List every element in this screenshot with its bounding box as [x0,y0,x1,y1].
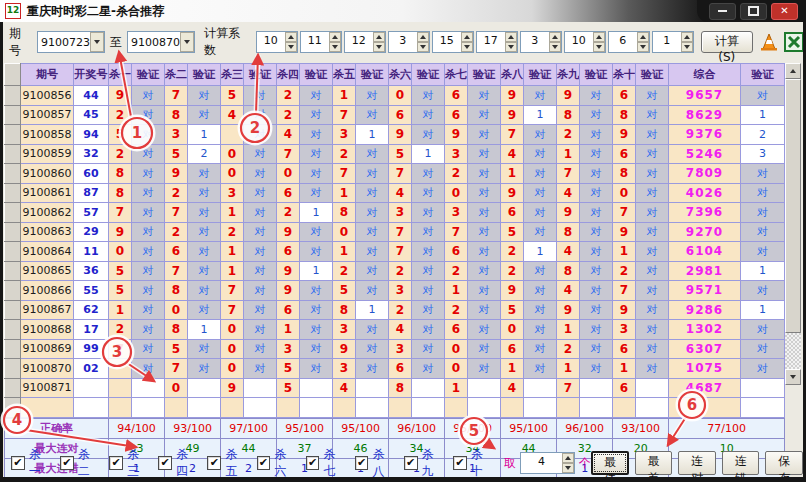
kill-cell: 1 [333,183,356,203]
save-button[interactable]: 保存 [765,451,803,475]
streak-right-button[interactable]: 连对 [678,451,716,475]
kill-checkbox[interactable]: ✔ [306,456,320,470]
coefficient-spinner[interactable]: 3 [520,31,562,53]
verify-cell: 对 [636,300,669,320]
spinner-up-icon[interactable] [285,32,297,42]
kill-cell: 4 [557,183,580,203]
row-selector[interactable] [5,261,21,281]
spinner-down-icon[interactable] [417,42,429,52]
kill-checkbox[interactable]: ✔ [158,456,172,470]
kill-cell: 7 [557,378,580,398]
spinner-down-icon[interactable] [461,42,473,52]
calculate-button[interactable]: 计算(S) [701,31,753,53]
coefficient-spinner[interactable]: 1 [652,31,694,53]
verify-cell: 对 [356,183,389,203]
coefficient-spinner[interactable]: 6 [608,31,650,53]
kill-checkbox[interactable]: ✔ [109,456,123,470]
spinner-down-icon[interactable] [637,42,649,52]
kill-cell [109,398,132,418]
kill-checkbox[interactable]: ✔ [11,456,25,470]
kill-cell: 0 [221,339,244,359]
kill-checkbox[interactable]: ✔ [404,456,418,470]
scroll-track[interactable] [785,333,801,369]
kill-checkbox-item: ✔杀一 [11,446,52,480]
kill-cell [109,359,132,379]
spinner-up-icon[interactable] [417,32,429,42]
spinner-up-icon[interactable] [461,32,473,42]
kill-cell: 2 [221,222,244,242]
scroll-up-button[interactable] [785,63,801,79]
row-selector[interactable] [5,105,21,125]
spinner-down-icon[interactable] [329,42,341,52]
spinner-down-icon[interactable] [681,42,693,52]
row-selector[interactable] [5,203,21,223]
coefficient-spinner[interactable]: 17 [476,31,518,53]
period-to-combobox[interactable]: 9100870 [127,31,195,53]
spinner-down-icon[interactable] [285,42,297,52]
kill-checkbox[interactable]: ✔ [453,456,467,470]
scroll-down-button[interactable] [785,369,801,385]
row-selector[interactable] [5,359,21,379]
period-from-combobox[interactable]: 9100723 [37,31,105,53]
row-selector[interactable] [5,378,21,398]
kill-cell: 4 [333,378,356,398]
kill-checkbox[interactable]: ✔ [60,456,74,470]
coefficient-spinner[interactable]: 3 [388,31,430,53]
row-selector[interactable] [5,164,21,184]
row-selector[interactable] [5,242,21,262]
spinner-up-icon[interactable] [681,32,693,42]
excel-icon[interactable] [784,32,803,52]
row-selector[interactable] [5,300,21,320]
coefficient-spinner[interactable]: 15 [432,31,474,53]
summary-value: 97/100 [221,418,277,438]
take-label: 取 [504,455,516,472]
row-selector[interactable] [5,86,21,106]
take-spinner[interactable]: 4 [520,452,575,474]
kill-checkbox[interactable]: ✔ [207,456,221,470]
chevron-down-icon[interactable] [90,32,104,52]
coefficient-spinner[interactable]: 11 [300,31,342,53]
coefficient-spinner[interactable]: 12 [344,31,386,53]
spinner-up-icon[interactable] [549,32,561,42]
spinner-up-icon[interactable] [505,32,517,42]
kill-checkbox[interactable]: ✔ [257,456,271,470]
row-selector[interactable] [5,183,21,203]
row-selector[interactable] [5,125,21,145]
streak-wrong-button[interactable]: 连错 [722,451,760,475]
column-header-verify: 验证 [132,64,165,86]
row-selector[interactable] [5,320,21,340]
verify-cell [356,378,389,398]
best-button[interactable]: 最佳 [591,451,629,475]
spinner-up-icon[interactable] [329,32,341,42]
close-button[interactable]: ✕ [771,3,798,20]
kill-cell: 0 [165,378,188,398]
row-selector[interactable] [5,339,21,359]
spinner-down-icon[interactable] [549,42,561,52]
kill-checkbox-row: ✔杀一✔杀二✔杀三✔杀四✔杀五✔杀六✔杀七✔杀八✔杀九✔杀十 [3,446,494,480]
cone-icon[interactable] [759,32,778,52]
composite-cell [669,398,741,418]
row-selector[interactable] [5,222,21,242]
spinner-up-icon[interactable] [637,32,649,42]
spinner-up-icon[interactable] [373,32,385,42]
minimize-button[interactable] [709,3,736,20]
spinner-up-icon[interactable] [593,32,605,42]
coefficient-spinner[interactable]: 10 [256,31,298,53]
period-label: 期号 [9,25,32,59]
spinner-up-icon[interactable] [562,453,574,463]
coefficient-spinner[interactable]: 10 [564,31,606,53]
row-selector[interactable] [5,281,21,301]
draw-cell: 45 [74,105,109,125]
spinner-down-icon[interactable] [562,463,574,473]
worst-button[interactable]: 最差 [635,451,673,475]
spinner-down-icon[interactable] [373,42,385,52]
row-selector[interactable] [5,144,21,164]
chevron-down-icon[interactable] [180,32,194,52]
scroll-thumb[interactable] [785,79,801,333]
verify-cell: 对 [188,242,221,262]
kill-checkbox[interactable]: ✔ [355,456,369,470]
spinner-down-icon[interactable] [593,42,605,52]
kill-cell: 7 [389,164,412,184]
maximize-button[interactable] [740,3,767,20]
spinner-down-icon[interactable] [505,42,517,52]
